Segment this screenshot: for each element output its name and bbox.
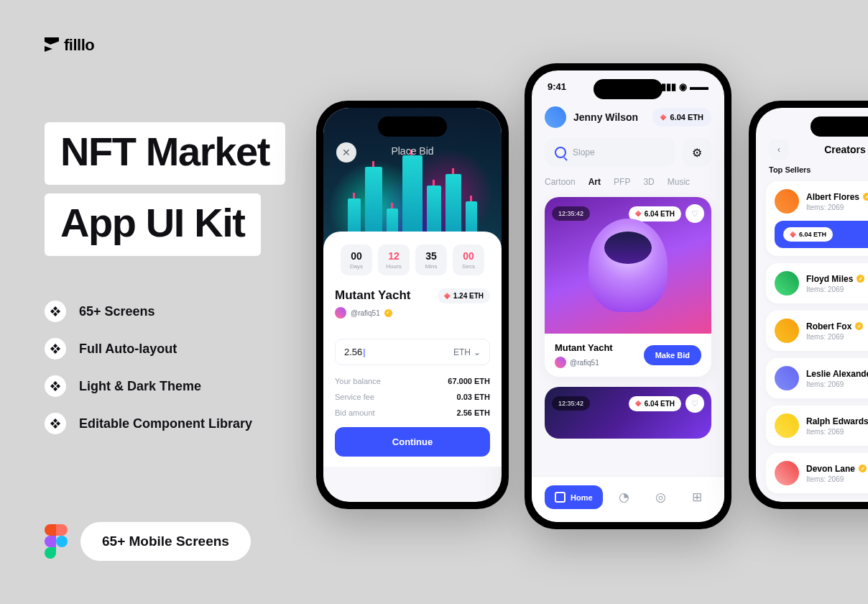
svg-point-0	[56, 536, 68, 547]
feature-text: Full Auto-layout	[79, 342, 177, 357]
favorite-button[interactable]: ♡	[685, 394, 704, 413]
screens-count-pill: 65+ Mobile Screens	[80, 522, 251, 561]
balance-value: 67.000 ETH	[448, 377, 490, 385]
brand-name: filllo	[64, 36, 94, 55]
feature-bullet-icon	[45, 338, 66, 360]
search-icon	[555, 147, 566, 158]
seller-avatar	[775, 271, 799, 296]
feature-item: 65+ Screens	[45, 301, 252, 322]
hero-line-2: App UI Kit	[60, 199, 245, 246]
close-button[interactable]: ✕	[336, 142, 356, 163]
screen-title: Creators	[824, 144, 866, 155]
brand-logo-icon	[45, 37, 59, 53]
wifi-icon: ◉	[679, 81, 687, 92]
seller-item[interactable]: Leslie Alexander✓ Items: 2069	[766, 358, 868, 398]
eth-icon	[635, 211, 642, 217]
verified-icon: ✓	[855, 322, 863, 330]
phone-notch	[378, 116, 447, 137]
nav-profile[interactable]: ◎	[646, 490, 675, 505]
tab-3d[interactable]: 3D	[643, 177, 654, 187]
feature-bullet-icon	[45, 375, 66, 397]
countdown-days: 00	[348, 250, 365, 262]
balance-label: Your balance	[335, 377, 381, 385]
feature-text: Editable Component Library	[79, 416, 252, 431]
seller-item[interactable]: Floyd Miles✓ Items: 2069	[766, 263, 868, 303]
hero-line-1: NFT Market	[60, 128, 269, 175]
feature-item: Full Auto-layout	[45, 338, 252, 360]
nav-apps[interactable]: ⊞	[683, 490, 711, 505]
creator-avatar	[335, 307, 346, 319]
phone-home: 9:41 ▮▮▮▮ ◉ ▬▬ Jenny Wilson 6.04 ETH Slo…	[525, 63, 731, 529]
figma-icon	[45, 524, 68, 559]
verified-icon: ✓	[384, 309, 392, 317]
status-time: 9:41	[548, 81, 566, 92]
feature-item: Light & Dark Theme	[45, 375, 252, 397]
home-icon	[555, 492, 565, 503]
seller-item[interactable]: Devon Lane✓ Items: 2069	[766, 453, 868, 493]
feature-item: Editable Component Library	[45, 413, 252, 434]
seller-expanded: 6.04 ETH	[775, 221, 868, 248]
feature-bullet-icon	[45, 413, 66, 434]
seller-avatar	[775, 413, 799, 438]
seller-item[interactable]: Albert Flores✓ Items: 2069 6.04 ETH	[766, 181, 868, 256]
phone-notch	[594, 79, 662, 99]
seller-balance: 6.04 ETH	[783, 227, 833, 242]
auction-timer: 12:35:42	[552, 206, 590, 221]
countdown-secs: 00	[460, 250, 477, 262]
favorite-button[interactable]: ♡	[685, 204, 704, 223]
countdown-mins: 35	[423, 250, 440, 262]
price-badge: 1.24 ETH	[438, 288, 490, 303]
eth-icon	[444, 293, 451, 299]
user-profile[interactable]: Jenny Wilson	[545, 106, 638, 128]
feature-list: 65+ Screens Full Auto-layout Light & Dar…	[45, 301, 252, 434]
hero-title: NFT Market App UI Kit	[45, 122, 285, 265]
price-chip: 6.04 ETH	[629, 396, 681, 411]
tab-pfp[interactable]: PFP	[614, 177, 630, 187]
battery-icon: ▬▬	[690, 81, 708, 92]
nft-art-astronaut	[588, 219, 668, 312]
continue-button[interactable]: Continue	[335, 427, 490, 457]
service-fee-label: Service fee	[335, 393, 374, 401]
nav-explore[interactable]: ◔	[610, 490, 639, 505]
seller-avatar	[775, 319, 799, 343]
user-name: Jenny Wilson	[573, 111, 638, 123]
bid-amount-input[interactable]: 2.56 ETH ⌄	[335, 339, 490, 365]
brand-logo: filllo	[45, 36, 94, 55]
feature-text: Light & Dark Theme	[79, 379, 201, 394]
currency-select[interactable]: ETH ⌄	[453, 347, 481, 357]
category-tabs: Cartoon Art PFP 3D Music	[532, 177, 724, 197]
seller-item[interactable]: Robert Fox✓ Items: 2069	[766, 311, 868, 351]
search-input[interactable]: Slope	[545, 138, 675, 167]
nft-creator[interactable]: @rafiq51 ✓	[335, 307, 410, 319]
tab-art[interactable]: Art	[588, 177, 601, 187]
bid-amount-label: Bid amount	[335, 408, 375, 417]
tab-cartoon[interactable]: Cartoon	[545, 177, 576, 187]
seller-avatar	[775, 189, 799, 214]
nav-home[interactable]: Home	[545, 485, 603, 509]
make-bid-button[interactable]: Make Bid	[644, 345, 701, 365]
service-fee-value: 0.03 ETH	[457, 393, 490, 401]
nft-card[interactable]: 12:35:42 6.04 ETH ♡	[545, 387, 711, 439]
eth-icon	[660, 114, 667, 121]
bottom-nav: Home ◔ ◎ ⊞	[532, 476, 724, 522]
seller-item[interactable]: Ralph Edwards✓ Items: 2069	[766, 406, 868, 446]
filter-button[interactable]: ⚙	[683, 138, 711, 167]
chevron-down-icon: ⌄	[474, 347, 481, 357]
countdown-hours: 12	[385, 250, 402, 262]
sliders-icon: ⚙	[692, 146, 702, 160]
nft-image: 12:35:42 6.04 ETH ♡	[545, 197, 711, 334]
wallet-balance[interactable]: 6.04 ETH	[652, 108, 711, 127]
back-button[interactable]: ‹	[769, 139, 789, 160]
phone-notch	[811, 116, 868, 137]
verified-icon: ✓	[857, 275, 864, 283]
figma-row: 65+ Mobile Screens	[45, 522, 251, 561]
price-chip: 6.04 ETH	[629, 206, 681, 221]
user-avatar	[545, 106, 566, 128]
creator-avatar	[555, 357, 566, 368]
nft-card[interactable]: 12:35:42 6.04 ETH ♡ Mutant Yacht @rafiq5…	[545, 197, 711, 377]
feature-bullet-icon	[45, 301, 66, 322]
seller-avatar	[775, 461, 799, 485]
auction-timer: 12:35:42	[552, 396, 590, 411]
screen-title: Place Bid	[391, 145, 433, 157]
tab-music[interactable]: Music	[668, 177, 690, 187]
